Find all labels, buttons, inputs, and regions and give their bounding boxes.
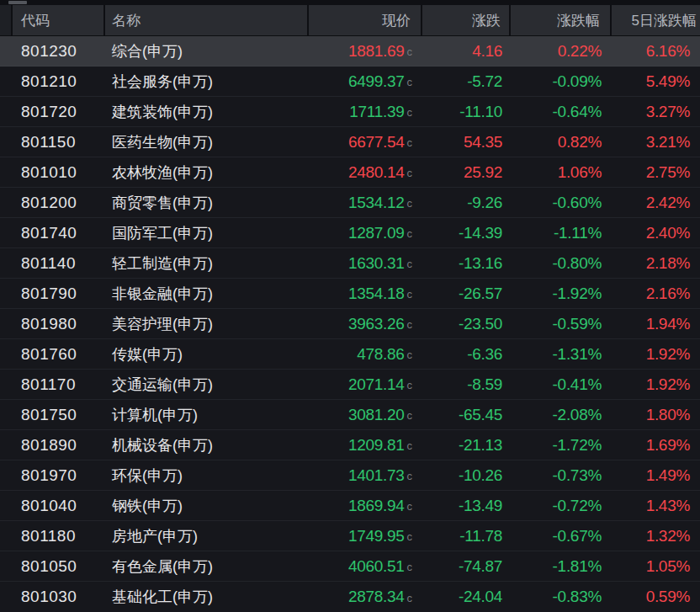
five-day-pct-value: 2.42% xyxy=(646,194,690,212)
code-cell: 801050 xyxy=(0,551,105,581)
table-body: 801230 综合(申万) 1881.69 c 4.16 0.22% 6.16%… xyxy=(0,36,700,612)
table-row[interactable]: 801890 机械设备(申万) 1209.81 c -21.13 -1.72% … xyxy=(0,430,700,460)
stock-name: 农林牧渔(申万) xyxy=(112,162,213,183)
change-cell: -5.72 xyxy=(422,67,511,96)
code-cell: 801890 xyxy=(0,430,105,460)
code-cell: 801970 xyxy=(0,460,105,490)
stock-name: 交通运输(申万) xyxy=(112,375,213,395)
stock-name: 环保(申万) xyxy=(112,466,183,486)
table-row[interactable]: 801040 钢铁(申万) 1869.94 c -13.49 -0.72% 1.… xyxy=(0,491,700,521)
price-suffix-c: c xyxy=(407,349,413,361)
change-pct-value: -1.11% xyxy=(554,224,602,242)
stock-code: 801030 xyxy=(21,588,77,606)
change-cell: -21.13 xyxy=(422,430,511,460)
five-day-pct-value: 1.92% xyxy=(646,345,690,364)
stock-name: 轻工制造(申万) xyxy=(112,253,213,274)
change-pct-value: -1.92% xyxy=(553,285,602,303)
code-cell: 801010 xyxy=(0,157,105,187)
table-row[interactable]: 801720 建筑装饰(申万) 1711.39 c -11.10 -0.64% … xyxy=(0,97,700,127)
price-cell: 2071.14 c xyxy=(309,370,422,399)
name-cell: 环保(申万) xyxy=(105,460,309,490)
stock-name: 商贸零售(申万) xyxy=(112,193,213,213)
scrollbar-thumb[interactable] xyxy=(8,1,27,4)
stock-code: 801010 xyxy=(21,163,77,182)
change-pct-value: -0.80% xyxy=(553,254,602,273)
price-suffix-c: c xyxy=(407,258,413,270)
five-day-cell: 1.05% xyxy=(612,551,700,581)
five-day-cell: 5.49% xyxy=(612,67,700,96)
change-pct-value: -2.08% xyxy=(553,406,602,424)
change-pct-cell: -0.60% xyxy=(511,188,612,217)
stock-name: 建筑装饰(申万) xyxy=(112,102,213,122)
table-header: 代码 名称 现价 涨跌 涨跌幅 5日涨跌幅 xyxy=(0,5,700,36)
table-row[interactable]: 801150 医药生物(申万) 6677.54 c 54.35 0.82% 3.… xyxy=(0,127,700,157)
code-cell: 801720 xyxy=(0,97,105,126)
table-row[interactable]: 801170 交通运输(申万) 2071.14 c -8.59 -0.41% 1… xyxy=(0,370,700,400)
change-pct-cell: 0.82% xyxy=(511,127,612,157)
column-header-five-day-pct[interactable]: 5日涨跌幅 xyxy=(612,5,700,35)
change-pct-cell: -0.73% xyxy=(511,460,612,490)
table-row[interactable]: 801180 房地产(申万) 1749.95 c -11.78 -0.67% 1… xyxy=(0,521,700,551)
change-pct-cell: -0.83% xyxy=(511,582,612,612)
change-value: -24.04 xyxy=(459,588,502,606)
price-value: 3081.20 xyxy=(348,406,405,424)
price-suffix-c: c xyxy=(407,227,413,240)
table-row[interactable]: 801760 传媒(申万) 478.86 c -6.36 -1.31% 1.92… xyxy=(0,339,700,370)
change-pct-value: -0.59% xyxy=(553,315,602,333)
price-cell: 6677.54 c xyxy=(309,127,422,157)
stock-name: 非银金融(申万) xyxy=(112,284,213,304)
price-suffix-c: c xyxy=(407,197,413,210)
five-day-pct-value: 1.94% xyxy=(646,315,690,333)
price-value: 2878.34 xyxy=(348,588,405,606)
table-row[interactable]: 801980 美容护理(申万) 3963.26 c -23.50 -0.59% … xyxy=(0,309,700,339)
table-row[interactable]: 801050 有色金属(申万) 4060.51 c -74.87 -1.81% … xyxy=(0,551,700,582)
column-header-change-pct[interactable]: 涨跌幅 xyxy=(511,5,612,35)
change-pct-value: 0.22% xyxy=(558,42,602,61)
table-row[interactable]: 801140 轻工制造(申万) 1630.31 c -13.16 -0.80% … xyxy=(0,248,700,279)
stock-code: 801750 xyxy=(21,406,77,424)
five-day-pct-value: 3.27% xyxy=(646,103,690,121)
change-value: -74.87 xyxy=(459,557,502,576)
change-pct-cell: -2.08% xyxy=(511,400,612,429)
table-row[interactable]: 801010 农林牧渔(申万) 2480.14 c 25.92 1.06% 2.… xyxy=(0,157,700,188)
price-cell: 1534.12 c xyxy=(309,188,422,217)
price-cell: 3081.20 c xyxy=(309,400,422,429)
change-pct-value: -0.67% xyxy=(553,527,602,545)
price-cell: 6499.37 c xyxy=(309,67,422,96)
stock-name: 钢铁(申万) xyxy=(112,496,183,516)
five-day-cell: 3.27% xyxy=(612,97,700,126)
price-value: 6499.37 xyxy=(348,72,405,91)
price-cell: 478.86 c xyxy=(309,339,422,369)
name-cell: 轻工制造(申万) xyxy=(105,248,309,278)
change-pct-value: -0.83% xyxy=(553,588,602,606)
table-row[interactable]: 801790 非银金融(申万) 1354.18 c -26.57 -1.92% … xyxy=(0,279,700,309)
change-value: -10.26 xyxy=(459,466,502,485)
price-value: 1630.31 xyxy=(348,254,405,273)
table-row[interactable]: 801230 综合(申万) 1881.69 c 4.16 0.22% 6.16% xyxy=(0,36,700,67)
column-header-label: 名称 xyxy=(112,11,141,30)
table-row[interactable]: 801200 商贸零售(申万) 1534.12 c -9.26 -0.60% 2… xyxy=(0,188,700,218)
change-value: -13.16 xyxy=(459,254,502,273)
column-header-code[interactable]: 代码 xyxy=(0,5,105,35)
column-header-change[interactable]: 涨跌 xyxy=(422,5,511,35)
column-header-price[interactable]: 现价 xyxy=(309,5,422,35)
five-day-cell: 6.16% xyxy=(612,36,700,66)
column-header-label: 现价 xyxy=(382,11,411,30)
code-cell: 801980 xyxy=(0,309,105,338)
table-row[interactable]: 801750 计算机(申万) 3081.20 c -65.45 -2.08% 1… xyxy=(0,400,700,430)
price-suffix-c: c xyxy=(407,592,413,604)
name-cell: 美容护理(申万) xyxy=(105,309,309,338)
table-row[interactable]: 801740 国防军工(申万) 1287.09 c -14.39 -1.11% … xyxy=(0,218,700,248)
column-header-name[interactable]: 名称 xyxy=(105,5,309,35)
column-header-label: 涨跌幅 xyxy=(557,11,600,30)
table-row[interactable]: 801970 环保(申万) 1401.73 c -10.26 -0.73% 1.… xyxy=(0,460,700,491)
stock-code: 801180 xyxy=(21,527,76,545)
five-day-cell: 1.69% xyxy=(612,430,700,460)
table-row[interactable]: 801210 社会服务(申万) 6499.37 c -5.72 -0.09% 5… xyxy=(0,67,700,97)
table-row[interactable]: 801030 基础化工(申万) 2878.34 c -24.04 -0.83% … xyxy=(0,582,700,612)
price-value: 2480.14 xyxy=(348,163,405,182)
five-day-cell: 2.42% xyxy=(612,188,700,217)
change-pct-cell: -0.80% xyxy=(511,248,612,278)
change-value: -9.26 xyxy=(467,194,502,212)
five-day-cell: 1.80% xyxy=(612,400,700,429)
